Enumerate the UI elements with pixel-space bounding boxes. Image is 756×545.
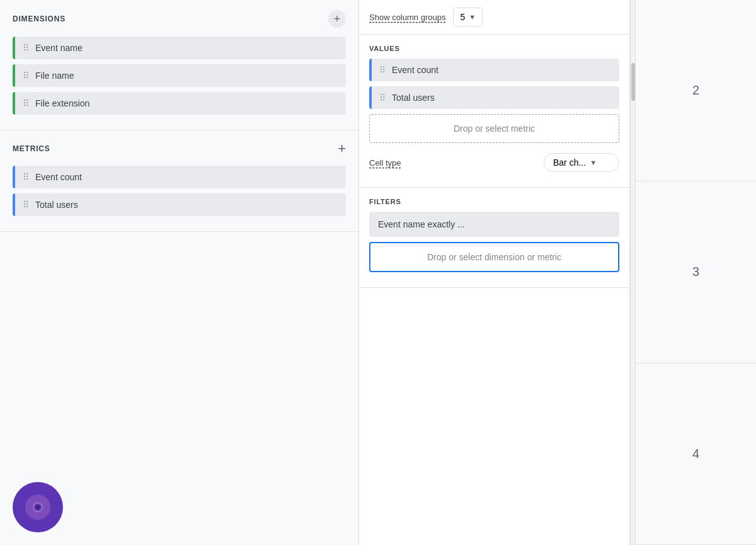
gear-icon: ⚙	[15, 524, 25, 537]
dimension-item-file-name[interactable]: ⠿ File name	[13, 64, 346, 87]
dimension-label: Event name	[35, 43, 83, 53]
column-number-4: 4	[636, 364, 756, 545]
metric-label: Total users	[35, 200, 78, 210]
cell-type-value: Bar ch...	[553, 158, 586, 168]
add-metric-button[interactable]: +	[338, 141, 346, 157]
values-section: VALUES ⠿ Event count ⠿ Total users Drop …	[359, 35, 629, 188]
dimension-label: File extension	[35, 98, 89, 108]
drop-metric-zone[interactable]: Drop or select metric	[369, 114, 619, 143]
avatar-inner	[25, 495, 50, 520]
value-item-event-count[interactable]: ⠿ Event count	[369, 59, 619, 81]
add-dimension-button[interactable]: +	[328, 10, 346, 28]
left-panel: DIMENSIONS + ⠿ Event name ⠿ File name ⠿ …	[0, 0, 359, 545]
value-item-total-users[interactable]: ⠿ Total users	[369, 86, 619, 109]
drag-handle-icon: ⠿	[379, 65, 386, 75]
drag-handle-icon: ⠿	[23, 43, 29, 53]
scrollbar-track[interactable]	[630, 0, 635, 545]
metric-item-total-users[interactable]: ⠿ Total users	[13, 193, 346, 216]
chevron-down-icon: ▼	[469, 13, 476, 21]
config-top-bar: Show column groups 5 ▼	[359, 0, 629, 35]
numbers-panel: 2 3 4	[635, 0, 756, 545]
metrics-section: METRICS + ⠿ Event count ⠿ Total users	[0, 130, 358, 232]
drop-dimension-zone[interactable]: Drop or select dimension or metric	[369, 242, 619, 272]
metrics-title: METRICS	[13, 144, 50, 153]
drag-handle-icon: ⠿	[379, 93, 386, 103]
column-number-2: 2	[636, 0, 756, 181]
metrics-header: METRICS +	[13, 141, 346, 157]
gear-button[interactable]: ⚙	[15, 524, 25, 537]
svg-point-1	[36, 505, 40, 509]
filter-item-event-name[interactable]: Event name exactly ...	[369, 212, 619, 237]
dimensions-section: DIMENSIONS + ⠿ Event name ⠿ File name ⠿ …	[0, 0, 358, 130]
column-groups-dropdown[interactable]: 5 ▼	[453, 8, 483, 26]
metric-label: Event count	[35, 172, 82, 182]
value-label: Event count	[392, 65, 438, 75]
cell-type-label: Cell type	[369, 158, 401, 168]
value-label: Total users	[392, 93, 435, 103]
config-panel: Show column groups 5 ▼ VALUES ⠿ Event co…	[359, 0, 630, 545]
dimensions-header: DIMENSIONS +	[13, 10, 346, 28]
dimension-item-event-name[interactable]: ⠿ Event name	[13, 37, 346, 59]
cell-type-dropdown[interactable]: Bar ch... ▼	[544, 153, 619, 172]
values-title: VALUES	[369, 45, 619, 52]
dimensions-title: DIMENSIONS	[13, 14, 66, 23]
column-count-value: 5	[460, 12, 465, 22]
drag-handle-icon: ⠿	[23, 98, 29, 108]
column-number-3: 3	[636, 181, 756, 363]
drag-handle-icon: ⠿	[23, 71, 29, 81]
cell-type-row: Cell type Bar ch... ▼	[369, 148, 619, 177]
record-icon	[32, 501, 44, 513]
metric-item-event-count[interactable]: ⠿ Event count	[13, 166, 346, 188]
dimension-item-file-extension[interactable]: ⠿ File extension	[13, 92, 346, 115]
show-column-groups-label: Show column groups	[369, 13, 445, 22]
drag-handle-icon: ⠿	[23, 172, 29, 182]
drag-handle-icon: ⠿	[23, 200, 29, 210]
filters-title: FILTERS	[369, 198, 619, 205]
dimension-label: File name	[35, 71, 74, 81]
filters-section: FILTERS Event name exactly ... Drop or s…	[359, 188, 629, 288]
chevron-down-icon: ▼	[590, 159, 597, 166]
